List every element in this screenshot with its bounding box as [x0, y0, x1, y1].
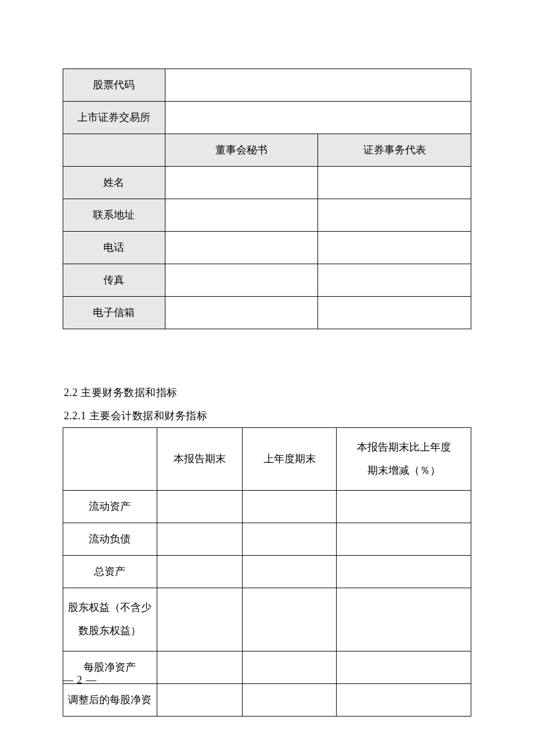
row-label-exchange: 上市证券交易所 [63, 102, 165, 134]
cell-empty [243, 491, 337, 523]
table-row: 股东权益（不含少 数股东权益） [63, 588, 471, 651]
row-label-total-assets: 总资产 [63, 556, 157, 588]
table-row: 姓名 [63, 167, 471, 199]
row-label-address: 联系地址 [63, 199, 165, 232]
row-label-email: 电子信箱 [63, 297, 165, 329]
cell-empty [318, 232, 471, 264]
table-row: 传真 [63, 264, 471, 297]
cell-empty [318, 199, 471, 232]
row-label-adjusted-nav: 调整后的每股净资 [63, 683, 157, 716]
cell-empty [318, 297, 471, 329]
cell-empty [337, 683, 471, 716]
row-label-equity-line2: 数股东权益） [78, 625, 141, 636]
cell-empty [165, 102, 471, 134]
cell-empty [337, 651, 471, 683]
cell-empty [157, 523, 243, 556]
cell-empty [165, 199, 318, 232]
table-row: 总资产 [63, 556, 471, 588]
cell-empty [165, 167, 318, 199]
col-header-change: 本报告期末比上年度 期末增减（％） [337, 428, 471, 491]
row-label-phone: 电话 [63, 232, 165, 264]
col-header-secretary: 董事会秘书 [165, 134, 318, 167]
cell-empty [337, 588, 471, 651]
table-row: 流动负债 [63, 523, 471, 556]
cell-empty [337, 556, 471, 588]
table-row: 本报告期末 上年度期末 本报告期末比上年度 期末增减（％） [63, 428, 471, 491]
cell-empty [318, 167, 471, 199]
cell-empty [157, 683, 243, 716]
cell-empty [243, 523, 337, 556]
cell-empty [243, 588, 337, 651]
page-number: — 2 — [63, 674, 97, 686]
col-header-current: 本报告期末 [157, 428, 243, 491]
cell-empty [243, 556, 337, 588]
financial-data-table: 本报告期末 上年度期末 本报告期末比上年度 期末增减（％） 流动资产 流动负债 … [63, 427, 471, 716]
company-info-table: 股票代码 上市证券交易所 董事会秘书 证券事务代表 姓名 联系地址 电话 传真 … [63, 69, 471, 329]
cell-empty [63, 134, 165, 167]
cell-empty [157, 588, 243, 651]
table-row: 电子信箱 [63, 297, 471, 329]
cell-empty [165, 264, 318, 297]
cell-empty [165, 297, 318, 329]
cell-empty [243, 683, 337, 716]
table-row: 流动资产 [63, 491, 471, 523]
row-label-fax: 传真 [63, 264, 165, 297]
cell-empty [63, 428, 157, 491]
col-header-prev: 上年度期末 [243, 428, 337, 491]
row-label-current-assets: 流动资产 [63, 491, 157, 523]
cell-empty [157, 556, 243, 588]
cell-empty [165, 69, 471, 102]
col-header-rep: 证券事务代表 [318, 134, 471, 167]
cell-empty [318, 264, 471, 297]
cell-empty [165, 232, 318, 264]
table-row: 股票代码 [63, 69, 471, 102]
cell-empty [157, 491, 243, 523]
heading-2-2-1: 2.2.1 主要会计数据和财务指标 [63, 405, 471, 428]
col-header-change-line1: 本报告期末比上年度 [357, 441, 451, 453]
table-row: 调整后的每股净资 [63, 683, 471, 716]
row-label-current-liabilities: 流动负债 [63, 523, 157, 556]
table-row: 董事会秘书 证券事务代表 [63, 134, 471, 167]
table-row: 上市证券交易所 [63, 102, 471, 134]
col-header-change-line2: 期末增减（％） [367, 465, 441, 476]
row-label-stock-code: 股票代码 [63, 69, 165, 102]
cell-empty [157, 651, 243, 683]
heading-2-2: 2.2 主要财务数据和指标 [63, 381, 471, 405]
cell-empty [337, 523, 471, 556]
table-row: 每股净资产 [63, 651, 471, 683]
cell-empty [337, 491, 471, 523]
table-row: 电话 [63, 232, 471, 264]
cell-empty [243, 651, 337, 683]
row-label-name: 姓名 [63, 167, 165, 199]
table-row: 联系地址 [63, 199, 471, 232]
row-label-equity-line1: 股东权益（不含少 [68, 602, 151, 613]
row-label-equity: 股东权益（不含少 数股东权益） [63, 588, 157, 651]
